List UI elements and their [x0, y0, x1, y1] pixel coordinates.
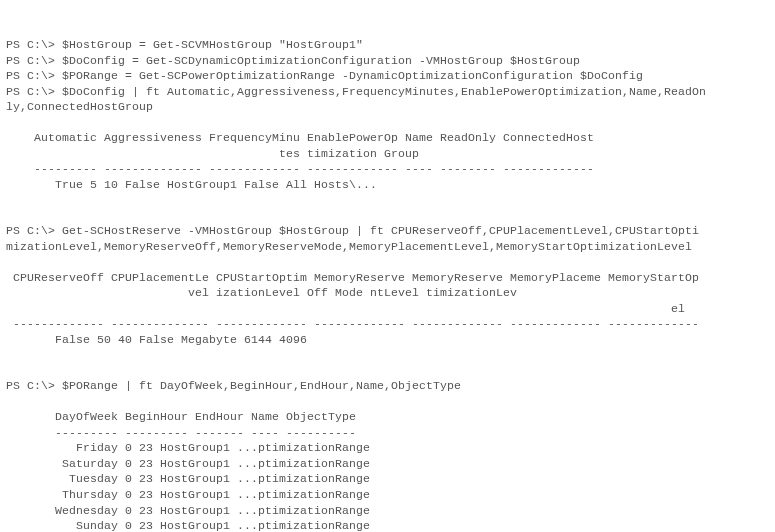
table-sep-row: --------- -------------- ------------- -…: [6, 162, 594, 175]
table-header-row: tes timization Group: [6, 147, 419, 160]
table-row: Tuesday 0 23 HostGroup1 ...ptimizationRa…: [6, 472, 370, 485]
table-header-row: DayOfWeek BeginHour EndHour Name ObjectT…: [6, 410, 356, 423]
table-header-row: el: [6, 302, 685, 315]
ps-cmd-line: PS C:\> $DoConfig = Get-SCDynamicOptimiz…: [6, 54, 580, 67]
table-header-row: Automatic Aggressiveness FrequencyMinu E…: [6, 131, 594, 144]
table-header-row: vel izationLevel Off Mode ntLevel timiza…: [6, 286, 517, 299]
ps-cmd-line: PS C:\> Get-SCHostReserve -VMHostGroup $…: [6, 224, 699, 237]
ps-cmd-line: PS C:\> $DoConfig | ft Automatic,Aggress…: [6, 85, 706, 98]
ps-cmd-line: PS C:\> $HostGroup = Get-SCVMHostGroup "…: [6, 38, 363, 51]
ps-cmd-line: PS C:\> $PORange = Get-SCPowerOptimizati…: [6, 69, 643, 82]
table-row: Saturday 0 23 HostGroup1 ...ptimizationR…: [6, 457, 370, 470]
table-sep-row: ------------- -------------- -----------…: [6, 317, 699, 330]
ps-cmd-line: PS C:\> $PORange | ft DayOfWeek,BeginHou…: [6, 379, 461, 392]
table-header-row: CPUReserveOff CPUPlacementLe CPUStartOpt…: [6, 271, 699, 284]
table-row: Wednesday 0 23 HostGroup1 ...ptimization…: [6, 504, 370, 517]
table-row: Sunday 0 23 HostGroup1 ...ptimizationRan…: [6, 519, 370, 532]
table-row: Thursday 0 23 HostGroup1 ...ptimizationR…: [6, 488, 370, 501]
table-row: Friday 0 23 HostGroup1 ...ptimizationRan…: [6, 441, 370, 454]
table-sep-row: --------- --------- ------- ---- -------…: [6, 426, 356, 439]
table-row: True 5 10 False HostGroup1 False All Hos…: [6, 178, 377, 191]
ps-cmd-line: mizationLevel,MemoryReserveOff,MemoryRes…: [6, 240, 692, 253]
ps-cmd-line: ly,ConnectedHostGroup: [6, 100, 153, 113]
table-row: False 50 40 False Megabyte 6144 4096: [6, 333, 307, 346]
